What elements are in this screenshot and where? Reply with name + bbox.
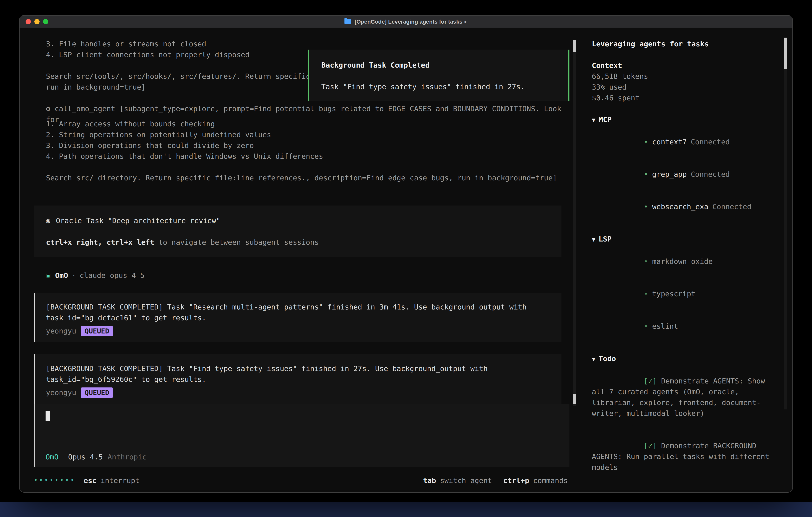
toast-title: Background Task Completed — [321, 60, 556, 71]
lsp-item: •markdown-oxide — [592, 245, 780, 277]
tab-key-label: switch agent — [440, 475, 492, 486]
chevron-down-icon: ▼ — [592, 236, 596, 243]
titlebar: [OpenCode] Leveraging agents for tasks ◐ — [20, 16, 792, 28]
session-title: Leveraging agents for tasks — [592, 38, 780, 49]
agent-square-icon: ▣ — [46, 271, 50, 279]
terminal-line: 3. Division operations that could divide… — [34, 140, 570, 151]
todo-section-heading[interactable]: ▼Todo — [592, 353, 780, 365]
ctrlp-key-label: commands — [533, 475, 568, 486]
session-sidebar: Leveraging agents for tasks Context 66,5… — [576, 28, 792, 492]
context-spent: $0.46 spent — [592, 92, 780, 103]
input-meta: OmOOpus 4.5Anthropic — [46, 452, 147, 462]
terminal-line: Search src/ directory. Return specific f… — [34, 172, 570, 183]
terminal-line: 3. File handles or streams not closed — [34, 38, 570, 49]
agent-model: claude-opus-4-5 — [80, 271, 144, 279]
todo-item-done: [✓] Demonstrate BACKGROUND AGENTS: Run p… — [592, 430, 780, 483]
dot-icon: • — [644, 170, 648, 178]
message-text: [BACKGROUND TASK COMPLETED] Task "Resear… — [46, 301, 551, 323]
tab-key-hint: tab — [423, 475, 436, 486]
agent-separator: · — [72, 271, 76, 279]
chat-main-area: 3. File handles or streams not closed 4.… — [20, 28, 576, 492]
minimize-button[interactable] — [34, 19, 39, 24]
check-icon: [✓] — [644, 441, 657, 450]
queued-message: [BACKGROUND TASK COMPLETED] Task "Resear… — [34, 293, 561, 342]
scrollbar-thumb[interactable] — [573, 394, 576, 404]
todo-item-active: [ ] Demonstrate LSP TOOLS: Use lsp_hover… — [592, 483, 780, 492]
status-badge: QUEUED — [81, 326, 113, 336]
input-model-name: Opus 4.5 — [68, 453, 103, 461]
tool-call-line: ⚙ call_omo_agent [subagent_type=explore,… — [34, 103, 570, 118]
input-agent-name: OmO — [46, 453, 59, 461]
sidebar-scrollbar[interactable] — [784, 37, 787, 409]
check-icon: [✓] — [644, 377, 657, 385]
message-text: [BACKGROUND TASK COMPLETED] Task "Find t… — [46, 363, 551, 385]
oracle-task-title: Oracle Task "Deep architecture review" — [56, 216, 221, 225]
spinner-dots: •••••••• — [34, 475, 76, 486]
terminal-line — [34, 162, 570, 172]
message-author: yeongyu — [46, 387, 76, 398]
window-title: [OpenCode] Leveraging agents for tasks ◐ — [355, 19, 467, 25]
terminal-line: 4. Path operations that don't handle Win… — [34, 151, 570, 162]
status-badge: QUEUED — [81, 387, 113, 398]
terminal-line: 2. String operations on potentially unde… — [34, 129, 570, 140]
status-bar: •••••••• esc interrupt tab switch agent … — [34, 475, 568, 486]
dot-icon: • — [644, 257, 648, 266]
todo-item-done: [✓] Demonstrate AGENTS: Show all 7 curat… — [592, 365, 780, 430]
lsp-item: •typescript — [592, 277, 780, 310]
traffic-lights — [26, 19, 48, 24]
mcp-item: •grep_appConnected — [592, 158, 780, 190]
background-task-toast[interactable]: Background Task Completed Task "Find typ… — [308, 50, 570, 101]
maximize-button[interactable] — [43, 19, 48, 24]
toast-body: Task "Find type safety issues" finished … — [321, 81, 556, 92]
lsp-item: •eslint — [592, 310, 780, 342]
mcp-item: •websearch_exaConnected — [592, 190, 780, 223]
window-title-wrap: [OpenCode] Leveraging agents for tasks ◐ — [345, 19, 467, 25]
ctrlp-key-hint: ctrl+p — [503, 475, 529, 486]
oracle-task-icon: ◉ — [46, 216, 50, 225]
oracle-navigation-hint: ctrl+x right, ctrl+x left to navigate be… — [46, 237, 549, 247]
context-used: 33% used — [592, 82, 780, 92]
close-button[interactable] — [26, 19, 31, 24]
message-author: yeongyu — [46, 325, 76, 336]
lsp-section-heading[interactable]: ▼LSP — [592, 234, 780, 245]
dot-icon: • — [644, 290, 648, 298]
esc-key-hint: esc — [84, 475, 97, 486]
chat-scrollbar[interactable] — [573, 40, 576, 406]
mcp-item: •context7Connected — [592, 126, 780, 158]
oracle-task-panel: ◉Oracle Task "Deep architecture review" … — [34, 206, 561, 257]
mcp-section-heading[interactable]: ▼MCP — [592, 114, 780, 126]
esc-key-label: interrupt — [101, 475, 140, 486]
content-row: 3. File handles or streams not closed 4.… — [20, 28, 792, 492]
desktop: [OpenCode] Leveraging agents for tasks ◐… — [0, 0, 812, 517]
chevron-down-icon: ▼ — [592, 355, 596, 363]
oracle-hint-text: to navigate between subagent sessions — [154, 238, 319, 246]
oracle-hint-keys: ctrl+x right, ctrl+x left — [46, 238, 154, 246]
dot-icon: • — [644, 202, 648, 211]
context-heading: Context — [592, 60, 780, 71]
sidebar-scrollbar-thumb[interactable] — [784, 37, 787, 69]
input-provider-name: Anthropic — [108, 453, 146, 461]
terminal-line: 1. Array access without bounds checking — [34, 118, 570, 129]
queued-message: [BACKGROUND TASK COMPLETED] Task "Find t… — [34, 354, 561, 404]
prompt-input[interactable]: OmOOpus 4.5Anthropic — [34, 404, 570, 467]
scrollbar-thumb-top[interactable] — [573, 40, 576, 52]
chevron-down-icon: ▼ — [592, 116, 596, 124]
folder-icon — [345, 19, 351, 24]
context-tokens: 66,518 tokens — [592, 71, 780, 82]
desktop-wallpaper-strip — [0, 502, 812, 517]
terminal-window: [OpenCode] Leveraging agents for tasks ◐… — [19, 15, 793, 493]
dot-icon: • — [644, 138, 648, 146]
dot-icon: • — [644, 322, 648, 330]
agent-header: ▣OmO·claude-opus-4-5 — [34, 270, 570, 281]
text-cursor — [46, 411, 50, 420]
agent-name: OmO — [55, 271, 68, 279]
